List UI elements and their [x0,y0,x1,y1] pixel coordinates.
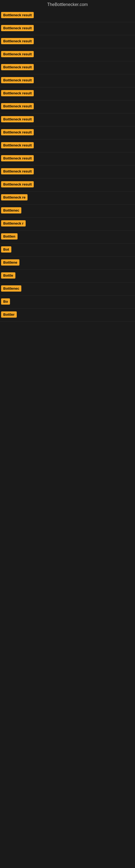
results-list: Bottleneck resultBottleneck resultBottle… [0,9,135,728]
bottleneck-badge-18[interactable]: Bottlen [1,233,17,240]
result-row-24: Bottler [0,309,135,322]
result-row-10: Bottleneck result [0,126,135,140]
result-row-19: Bot [0,244,135,257]
result-row-21: Bottle [0,270,135,283]
bottleneck-badge-12[interactable]: Bottleneck result [1,155,34,161]
bottleneck-badge-7[interactable]: Bottleneck result [1,90,34,96]
bottleneck-badge-21[interactable]: Bottle [1,272,15,279]
site-title: TheBottlenecker.com [0,0,135,9]
bottleneck-badge-8[interactable]: Bottleneck result [1,103,34,109]
result-row-18: Bottlen [0,230,135,244]
bottleneck-badge-5[interactable]: Bottleneck result [1,64,34,70]
bottleneck-badge-24[interactable]: Bottler [1,311,17,318]
result-row-22: Bottlenec [0,283,135,296]
result-row-4: Bottleneck result [0,48,135,61]
bottleneck-badge-3[interactable]: Bottleneck result [1,38,34,44]
bottleneck-badge-2[interactable]: Bottleneck result [1,25,34,31]
bottleneck-badge-11[interactable]: Bottleneck result [1,142,34,148]
result-row-6: Bottleneck result [0,74,135,87]
bottleneck-badge-19[interactable]: Bot [1,246,11,252]
bottleneck-badge-6[interactable]: Bottleneck result [1,77,34,83]
result-row-15: Bottleneck re [0,191,135,205]
bottleneck-badge-9[interactable]: Bottleneck result [1,116,34,122]
result-row-14: Bottleneck result [0,179,135,191]
bottleneck-badge-13[interactable]: Bottleneck result [1,168,34,175]
result-row-7: Bottleneck result [0,87,135,100]
result-row-9: Bottleneck result [0,113,135,126]
bottleneck-badge-4[interactable]: Bottleneck result [1,51,34,57]
result-row-8: Bottleneck result [0,100,135,113]
result-row-5: Bottleneck result [0,61,135,74]
result-row-11: Bottleneck result [0,140,135,152]
result-row-1: Bottleneck result [0,9,135,22]
result-row-12: Bottleneck result [0,152,135,165]
result-row-2: Bottleneck result [0,22,135,35]
result-row-20: Bottlene [0,257,135,270]
result-row-23: Bo [0,296,135,309]
bottleneck-badge-23[interactable]: Bo [1,299,10,305]
bottleneck-badge-16[interactable]: Bottlenec [1,207,21,214]
bottleneck-badge-14[interactable]: Bottleneck result [1,181,34,187]
bottleneck-badge-1[interactable]: Bottleneck result [1,12,34,18]
bottleneck-badge-20[interactable]: Bottlene [1,259,19,266]
result-row-17: Bottleneck r [0,218,135,230]
bottleneck-badge-22[interactable]: Bottlenec [1,285,21,291]
bottom-spacer [0,322,135,728]
bottleneck-badge-15[interactable]: Bottleneck re [1,194,28,200]
result-row-3: Bottleneck result [0,35,135,48]
bottleneck-badge-10[interactable]: Bottleneck result [1,129,34,135]
result-row-13: Bottleneck result [0,165,135,179]
result-row-16: Bottlenec [0,205,135,218]
bottleneck-badge-17[interactable]: Bottleneck r [1,220,26,226]
